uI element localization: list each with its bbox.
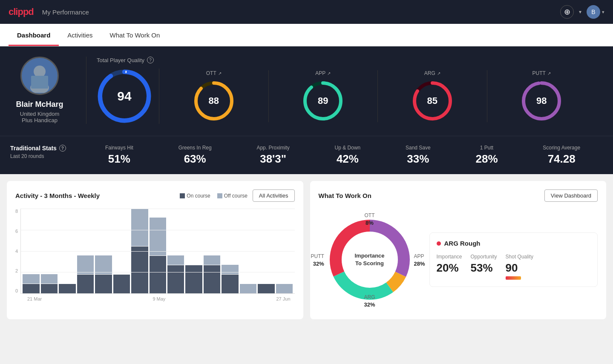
stat-up-down: Up & Down 42% (335, 145, 361, 166)
bar-on-course (23, 284, 39, 293)
stat-value: 63% (184, 152, 206, 166)
importance-label: Importance (437, 254, 462, 260)
svg-rect-2 (31, 76, 48, 89)
workon-title: What To Work On (319, 192, 371, 199)
main-gauge: 94 (97, 69, 152, 124)
stats-info-icon[interactable]: ? (59, 145, 66, 152)
chart-legend: On course Off course (180, 193, 248, 199)
bar-group (131, 209, 148, 293)
x-label-3: 27 Jun (276, 296, 290, 301)
bar-chart: 8 6 4 2 0 (15, 209, 295, 302)
view-dashboard-button[interactable]: View Dashboard (544, 189, 598, 202)
player-info: Blair McHarg United Kingdom Plus Handica… (10, 57, 83, 124)
bar-on-course (150, 256, 166, 293)
plus-icon: ⊕ (564, 7, 570, 17)
bar-group (204, 209, 220, 293)
ott-label: OTT ↗ (206, 70, 222, 76)
opportunity-label: Opportunity (471, 254, 497, 260)
avatar-button[interactable]: B ▾ (587, 5, 604, 19)
metric-arg: ARG ↗ 85 (378, 70, 487, 122)
bar-on-course (185, 265, 202, 293)
shot-quality-bar (506, 276, 521, 280)
arg-value: 85 (427, 95, 437, 106)
bar-group (113, 209, 130, 293)
detail-title-row: ARG Rough (437, 240, 591, 247)
stat-value: 38'3" (260, 152, 286, 166)
shot-quality-label: Shot Quality (506, 254, 533, 260)
stats-grid: Fairways Hit 51% Greens In Reg 63% App. … (83, 145, 603, 166)
stat-value: 42% (337, 152, 359, 166)
x-label-1: 21 Mar (27, 296, 42, 301)
putt-label: PUTT ↗ (532, 70, 551, 76)
donut-chart: ImportanceTo Scoring OTT 8% APP 28% ARG … (319, 209, 421, 311)
bar-on-course (41, 284, 58, 293)
detail-card: ARG Rough Importance 20% Opportunity 53%… (429, 232, 598, 287)
stat-label: Fairways Hit (105, 145, 133, 151)
app-donut-label: APP 28% (414, 252, 425, 267)
legend-on-course: On course (180, 193, 210, 199)
stats-subtitle: Last 20 rounds (10, 153, 83, 159)
arg-label: ARG ↗ (424, 70, 440, 76)
all-activities-button[interactable]: All Activities (253, 189, 295, 202)
x-axis: 21 Mar 9 May 27 Jun (15, 294, 295, 301)
bar-on-course (59, 284, 75, 293)
header-left: clippd My Performance (9, 6, 89, 17)
stat-label: Greens In Reg (178, 145, 212, 151)
tab-dashboard[interactable]: Dashboard (9, 24, 59, 46)
header: clippd My Performance ⊕ ▾ B ▾ (0, 0, 613, 24)
main-score: 94 (117, 89, 131, 103)
opportunity-value: 53% (471, 261, 497, 275)
nav-tabs: Dashboard Activities What To Work On (0, 24, 613, 46)
putt-value: 98 (536, 95, 547, 106)
putt-gauge: 98 (520, 80, 563, 122)
bar-group (150, 209, 166, 293)
activity-card: Activity - 3 Months - Weekly On course O… (7, 181, 303, 319)
ott-value: 88 (209, 95, 219, 106)
stat-value: 51% (108, 152, 130, 166)
bar-on-course (258, 284, 274, 293)
bar-off-course (276, 284, 293, 293)
importance-value: 20% (437, 261, 462, 275)
app-gauge: 89 (302, 80, 344, 122)
legend-on-course-dot (180, 193, 185, 198)
bar-off-course (77, 255, 94, 274)
info-icon[interactable]: ? (147, 57, 154, 63)
bar-off-course (240, 284, 256, 293)
add-button[interactable]: ⊕ (560, 5, 574, 19)
opportunity-metric: Opportunity 53% (471, 254, 497, 280)
bar-off-course (23, 274, 39, 284)
stat-value: 74.28 (548, 152, 576, 166)
shot-quality-value: 90 (506, 261, 533, 275)
metric-ott: OTT ↗ 88 (159, 70, 269, 122)
divider (86, 57, 86, 124)
bar-on-course (131, 246, 148, 293)
ott-gauge: 88 (193, 80, 235, 122)
bar-on-course (95, 275, 112, 293)
shot-quality-metric: Shot Quality 90 (506, 254, 533, 280)
stat-app-proximity: App. Proximity 38'3" (256, 145, 289, 166)
bar-group (59, 209, 75, 293)
tab-what-to-work-on[interactable]: What To Work On (101, 24, 169, 46)
player-quality-section: Blair McHarg United Kingdom Plus Handica… (0, 46, 613, 136)
tab-activities[interactable]: Activities (59, 24, 101, 46)
player-stats-row: Blair McHarg United Kingdom Plus Handica… (10, 57, 603, 124)
chevron-icon: ▾ (579, 9, 581, 15)
bar-off-course (167, 255, 184, 265)
bar-on-course (222, 275, 238, 293)
bar-group (276, 209, 293, 293)
stat-value: 28% (475, 152, 498, 166)
workon-content: ImportanceTo Scoring OTT 8% APP 28% ARG … (319, 209, 598, 311)
svg-point-0 (34, 66, 46, 77)
bar-on-course (167, 265, 184, 293)
logo-text: clippd (9, 6, 34, 17)
chart-header: Activity - 3 Months - Weekly On course O… (15, 189, 295, 202)
bar-group (185, 209, 202, 293)
traditional-stats-section: Traditional Stats ? Last 20 rounds Fairw… (0, 136, 613, 174)
bar-group (167, 209, 184, 293)
bar-off-course (150, 218, 166, 255)
player-country: United Kingdom (20, 111, 60, 117)
stat-label: Sand Save (406, 145, 431, 151)
bar-on-course (77, 275, 94, 293)
stat-greens-in-reg: Greens In Reg 63% (178, 145, 212, 166)
bar-off-course (95, 255, 112, 274)
